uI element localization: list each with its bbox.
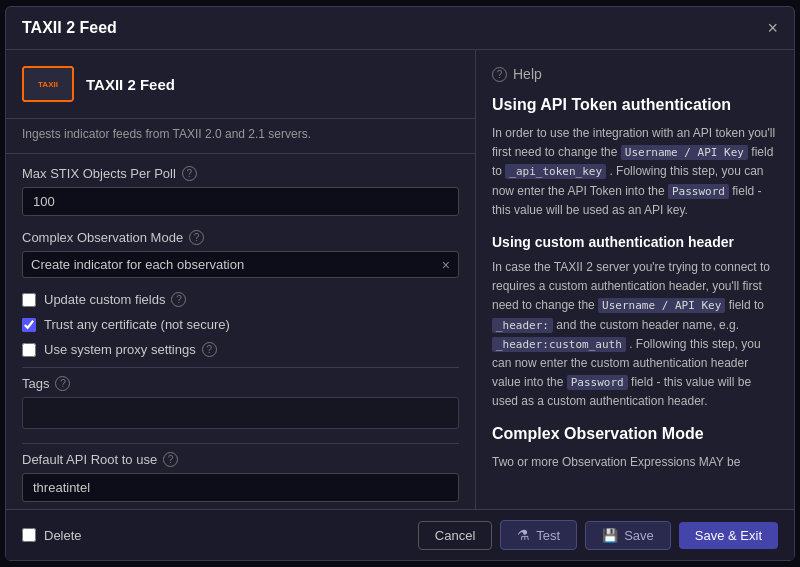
feed-name: TAXII 2 Feed bbox=[86, 76, 175, 93]
tags-help-icon[interactable]: ? bbox=[55, 376, 70, 391]
modal-body: TAXII TAXII 2 Feed Ingests indicator fee… bbox=[6, 50, 794, 509]
custom-auth-code2: _header: bbox=[492, 318, 553, 333]
footer-left: Delete bbox=[22, 528, 82, 543]
use-proxy-help-icon[interactable]: ? bbox=[202, 342, 217, 357]
save-button[interactable]: 💾 Save bbox=[585, 521, 671, 550]
help-section-icon: ? bbox=[492, 67, 507, 82]
save-icon: 💾 bbox=[602, 528, 618, 543]
observation-mode-help-icon[interactable]: ? bbox=[189, 230, 204, 245]
observation-mode-label: Complex Observation Mode ? bbox=[22, 230, 459, 245]
delete-label: Delete bbox=[44, 528, 82, 543]
modal-header: TAXII 2 Feed × bbox=[6, 7, 794, 50]
custom-auth-code3: _header:custom_auth bbox=[492, 337, 626, 352]
cancel-button[interactable]: Cancel bbox=[418, 521, 492, 550]
trust-cert-row: Trust any certificate (not secure) bbox=[22, 317, 459, 332]
help-header: ? Help bbox=[492, 66, 778, 82]
tags-input[interactable] bbox=[22, 397, 459, 429]
update-custom-row: Update custom fields ? bbox=[22, 292, 459, 307]
use-proxy-row: Use system proxy settings ? bbox=[22, 342, 459, 357]
observation-mode-clear-button[interactable]: × bbox=[442, 258, 450, 272]
feed-header: TAXII TAXII 2 Feed bbox=[6, 50, 475, 119]
left-panel: TAXII TAXII 2 Feed Ingests indicator fee… bbox=[6, 50, 476, 509]
right-panel: ? Help Using API Token authentication In… bbox=[476, 50, 794, 509]
feed-logo-text: TAXII bbox=[38, 80, 58, 89]
api-token-code3: Password bbox=[668, 184, 729, 199]
custom-auth-paragraph: In case the TAXII 2 server you're trying… bbox=[492, 258, 778, 412]
custom-auth-code4: Password bbox=[567, 375, 628, 390]
observation-mode-field[interactable]: Create indicator for each observation × bbox=[22, 251, 459, 278]
trust-cert-checkbox[interactable] bbox=[22, 318, 36, 332]
tags-group: Tags ? bbox=[22, 376, 459, 429]
api-token-code1: Username / API Key bbox=[621, 145, 748, 160]
taxii-feed-modal: TAXII 2 Feed × TAXII TAXII 2 Feed Ingest… bbox=[5, 6, 795, 561]
default-api-group: Default API Root to use ? bbox=[22, 452, 459, 502]
close-button[interactable]: × bbox=[767, 19, 778, 37]
api-token-title: Using API Token authentication bbox=[492, 96, 778, 114]
feed-logo-inner: TAXII bbox=[22, 66, 74, 102]
default-api-label: Default API Root to use ? bbox=[22, 452, 459, 467]
help-section: ? Help Using API Token authentication In… bbox=[492, 66, 778, 473]
test-icon: ⚗ bbox=[517, 527, 530, 543]
feed-logo: TAXII bbox=[22, 66, 74, 102]
save-exit-button[interactable]: Save & Exit bbox=[679, 522, 778, 549]
complex-obs-paragraph: Two or more Observation Expressions MAY … bbox=[492, 453, 778, 472]
api-token-code2: _api_token_key bbox=[505, 164, 606, 179]
use-proxy-label: Use system proxy settings ? bbox=[44, 342, 217, 357]
custom-auth-title: Using custom authentication header bbox=[492, 234, 778, 250]
delete-row: Delete bbox=[22, 528, 82, 543]
max-stix-input[interactable] bbox=[22, 187, 459, 216]
max-stix-label: Max STIX Objects Per Poll ? bbox=[22, 166, 459, 181]
max-stix-help-icon[interactable]: ? bbox=[182, 166, 197, 181]
default-api-input[interactable] bbox=[22, 473, 459, 502]
use-proxy-checkbox[interactable] bbox=[22, 343, 36, 357]
update-custom-checkbox[interactable] bbox=[22, 293, 36, 307]
divider-2 bbox=[22, 443, 459, 444]
update-custom-label: Update custom fields ? bbox=[44, 292, 186, 307]
modal-title: TAXII 2 Feed bbox=[22, 19, 117, 37]
api-token-paragraph: In order to use the integration with an … bbox=[492, 124, 778, 220]
tags-label: Tags ? bbox=[22, 376, 459, 391]
trust-cert-label: Trust any certificate (not secure) bbox=[44, 317, 230, 332]
max-stix-group: Max STIX Objects Per Poll ? bbox=[22, 166, 459, 216]
observation-mode-value: Create indicator for each observation bbox=[31, 257, 436, 272]
footer-right: Cancel ⚗ Test 💾 Save Save & Exit bbox=[418, 520, 778, 550]
delete-checkbox[interactable] bbox=[22, 528, 36, 542]
test-button[interactable]: ⚗ Test bbox=[500, 520, 577, 550]
default-api-help-icon[interactable]: ? bbox=[163, 452, 178, 467]
modal-footer: Delete Cancel ⚗ Test 💾 Save Save & Exit bbox=[6, 509, 794, 560]
feed-description: Ingests indicator feeds from TAXII 2.0 a… bbox=[6, 119, 475, 154]
observation-mode-group: Complex Observation Mode ? Create indica… bbox=[22, 230, 459, 278]
complex-obs-title: Complex Observation Mode bbox=[492, 425, 778, 443]
custom-auth-code1: Username / API Key bbox=[598, 298, 725, 313]
update-custom-help-icon[interactable]: ? bbox=[171, 292, 186, 307]
divider-1 bbox=[22, 367, 459, 368]
form-section: Max STIX Objects Per Poll ? Complex Obse… bbox=[6, 154, 475, 509]
